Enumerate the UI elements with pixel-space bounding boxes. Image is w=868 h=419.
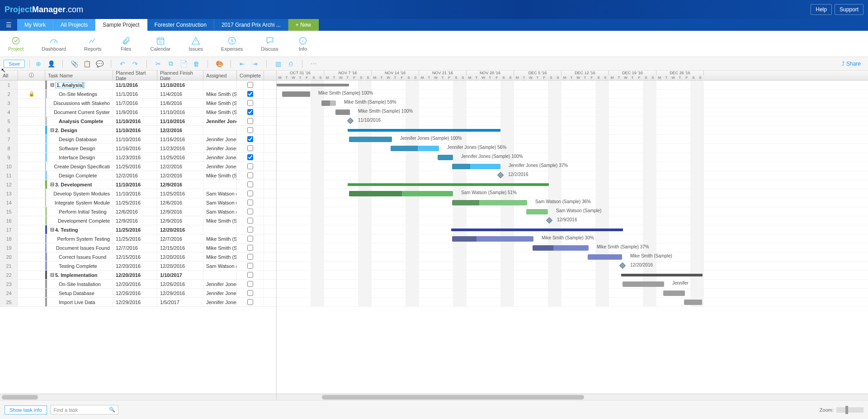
planned-finish[interactable]: 12/2/2016 bbox=[157, 126, 203, 134]
complete-checkbox[interactable] bbox=[237, 126, 264, 134]
find-task-input[interactable]: Find a task🔍 bbox=[51, 405, 118, 414]
assigned[interactable]: Jennifer Jones bbox=[203, 289, 237, 297]
gantt-task-bar[interactable] bbox=[526, 209, 548, 214]
planned-start[interactable]: 11/16/2016 bbox=[113, 144, 157, 152]
planned-finish[interactable]: 12/29/2016 bbox=[157, 289, 203, 297]
print-icon[interactable]: ⎙ bbox=[287, 60, 295, 68]
view-issues[interactable]: Issues bbox=[189, 36, 203, 52]
planned-start[interactable]: 12/20/2016 bbox=[113, 280, 157, 288]
complete-checkbox[interactable] bbox=[237, 262, 264, 270]
task-row[interactable]: 21Testing Complete12/20/201612/20/2016Sa… bbox=[0, 262, 276, 271]
gantt-task-bar[interactable] bbox=[391, 146, 439, 151]
planned-start[interactable]: 12/20/2016 bbox=[113, 262, 157, 270]
planned-finish[interactable]: 1/5/2017 bbox=[157, 298, 203, 306]
planned-finish[interactable]: 11/8/2016 bbox=[157, 99, 203, 107]
complete-checkbox[interactable] bbox=[237, 271, 264, 279]
menu-icon[interactable]: ☰ bbox=[4, 19, 14, 31]
help-button[interactable]: Help bbox=[811, 4, 832, 15]
assigned[interactable]: Jennifer Jones bbox=[203, 144, 237, 152]
columns-icon[interactable]: ▥ bbox=[274, 60, 282, 68]
col-finish[interactable]: Planned Finish Date bbox=[157, 71, 203, 80]
task-row[interactable]: 1⊟1. Analysis11/1/201611/10/2016 bbox=[0, 81, 276, 90]
planned-start[interactable]: 11/25/2016 bbox=[113, 198, 157, 207]
planned-finish[interactable]: 12/20/2016 bbox=[157, 252, 203, 261]
planned-finish[interactable]: 12/15/2016 bbox=[157, 243, 203, 252]
assigned[interactable]: Mike Smith (Sa bbox=[203, 234, 237, 243]
collapse-icon[interactable]: ⊟ bbox=[50, 127, 54, 133]
planned-start[interactable]: 11/23/2016 bbox=[113, 153, 157, 162]
planned-start[interactable]: 12/20/2016 bbox=[113, 271, 157, 279]
gantt-summary-bar[interactable] bbox=[451, 229, 623, 231]
gantt-task-bar[interactable] bbox=[349, 191, 453, 196]
gantt-task-bar[interactable] bbox=[623, 281, 664, 287]
col-complete[interactable]: Complete bbox=[237, 71, 264, 80]
trash-icon[interactable]: 🗑 bbox=[192, 60, 200, 68]
gantt-milestone[interactable] bbox=[347, 118, 354, 124]
gantt-task-bar[interactable] bbox=[452, 200, 527, 205]
assigned[interactable]: Mike Smith (Sa bbox=[203, 216, 237, 225]
undo-icon[interactable]: ↶ bbox=[118, 60, 127, 68]
planned-finish[interactable]: 11/16/2016 bbox=[157, 135, 203, 143]
planned-finish[interactable]: 11/10/2016 bbox=[157, 117, 203, 125]
planned-start[interactable]: 11/1/2016 bbox=[113, 90, 157, 98]
assigned[interactable]: Mike Smith (Sa bbox=[203, 171, 237, 180]
task-row[interactable]: 2🔒On-Site Meetings11/1/201611/4/2016Mike… bbox=[0, 90, 276, 99]
gantt-summary-bar[interactable] bbox=[621, 274, 703, 276]
task-name-input[interactable]: 1. Analysis bbox=[55, 82, 85, 88]
gantt-summary-bar[interactable] bbox=[277, 84, 349, 86]
gantt-task-bar[interactable] bbox=[335, 110, 350, 115]
planned-start[interactable]: 11/10/2016 bbox=[113, 126, 157, 134]
planned-finish[interactable]: 12/6/2016 bbox=[157, 198, 203, 207]
tab-2017-grand-prix-archi-[interactable]: 2017 Grand Prix Archi ... bbox=[214, 19, 288, 31]
support-button[interactable]: Support bbox=[835, 4, 863, 15]
assigned[interactable]: Sam Watson (S bbox=[203, 189, 237, 198]
complete-checkbox[interactable] bbox=[237, 289, 264, 297]
planned-start[interactable]: 12/26/2016 bbox=[113, 289, 157, 297]
assigned[interactable]: Sam Watson (S bbox=[203, 207, 237, 216]
task-row[interactable]: 5Analysis Complete11/10/201611/10/2016Je… bbox=[0, 117, 276, 126]
gantt-task-bar[interactable] bbox=[533, 245, 589, 251]
planned-finish[interactable]: 12/2/2016 bbox=[157, 171, 203, 180]
planned-start[interactable]: 12/2/2016 bbox=[113, 171, 157, 180]
clipboard-icon[interactable]: 📋 bbox=[83, 60, 91, 68]
share-button[interactable]: ⤴ Share bbox=[842, 61, 864, 67]
task-row[interactable]: 14Integrate System Module11/25/201612/6/… bbox=[0, 198, 276, 207]
assigned[interactable] bbox=[203, 271, 237, 279]
view-expenses[interactable]: $Expenses bbox=[221, 36, 243, 52]
complete-checkbox[interactable] bbox=[237, 180, 264, 189]
assigned[interactable] bbox=[203, 81, 237, 89]
more-icon[interactable]: ⋯ bbox=[310, 60, 318, 68]
paperclip-icon[interactable]: 📎 bbox=[70, 60, 78, 68]
planned-start[interactable]: 11/7/2016 bbox=[113, 99, 157, 107]
planned-finish[interactable]: 11/25/2016 bbox=[157, 189, 203, 198]
view-info[interactable]: Info bbox=[297, 36, 309, 52]
planned-start[interactable]: 12/7/2016 bbox=[113, 243, 157, 252]
planned-finish[interactable]: 11/25/2016 bbox=[157, 153, 203, 162]
col-task-name[interactable]: Task Name bbox=[45, 71, 113, 80]
task-row[interactable]: 11Design Complete12/2/201612/2/2016Mike … bbox=[0, 171, 276, 180]
paste-icon[interactable]: 📄 bbox=[179, 60, 188, 68]
task-row[interactable]: 6⊟2. Design11/10/201612/2/2016 bbox=[0, 126, 276, 135]
outdent-icon[interactable]: ⇤ bbox=[238, 60, 246, 68]
planned-finish[interactable]: 12/7/2016 bbox=[157, 234, 203, 243]
planned-finish[interactable]: 12/20/2016 bbox=[157, 225, 203, 234]
complete-checkbox[interactable] bbox=[237, 153, 264, 162]
gantt-task-bar[interactable] bbox=[452, 236, 533, 242]
collapse-icon[interactable]: ⊟ bbox=[50, 227, 54, 233]
gantt-task-bar[interactable] bbox=[684, 300, 702, 305]
gantt-milestone[interactable] bbox=[619, 262, 626, 269]
planned-start[interactable]: 12/29/2016 bbox=[113, 298, 157, 306]
planned-start[interactable]: 11/1/2016 bbox=[113, 81, 157, 89]
assigned[interactable]: Mike Smith (Sa bbox=[203, 252, 237, 261]
task-row[interactable]: 22⊟5. Implementation12/20/20161/10/2017 bbox=[0, 271, 276, 280]
planned-start[interactable]: 12/9/2016 bbox=[113, 216, 157, 225]
tab-all-projects[interactable]: All Projects bbox=[53, 19, 95, 31]
planned-start[interactable]: 11/25/2016 bbox=[113, 162, 157, 171]
task-row[interactable]: 9Interface Design11/23/201611/25/2016Jen… bbox=[0, 153, 276, 162]
grid-horizontal-scrollbar[interactable] bbox=[0, 394, 276, 400]
view-reports[interactable]: Reports bbox=[84, 36, 102, 52]
complete-checkbox[interactable] bbox=[237, 108, 264, 116]
tab-my-work[interactable]: My Work bbox=[17, 19, 53, 31]
planned-finish[interactable]: 1/10/2017 bbox=[157, 271, 203, 279]
planned-start[interactable]: 12/6/2016 bbox=[113, 207, 157, 216]
